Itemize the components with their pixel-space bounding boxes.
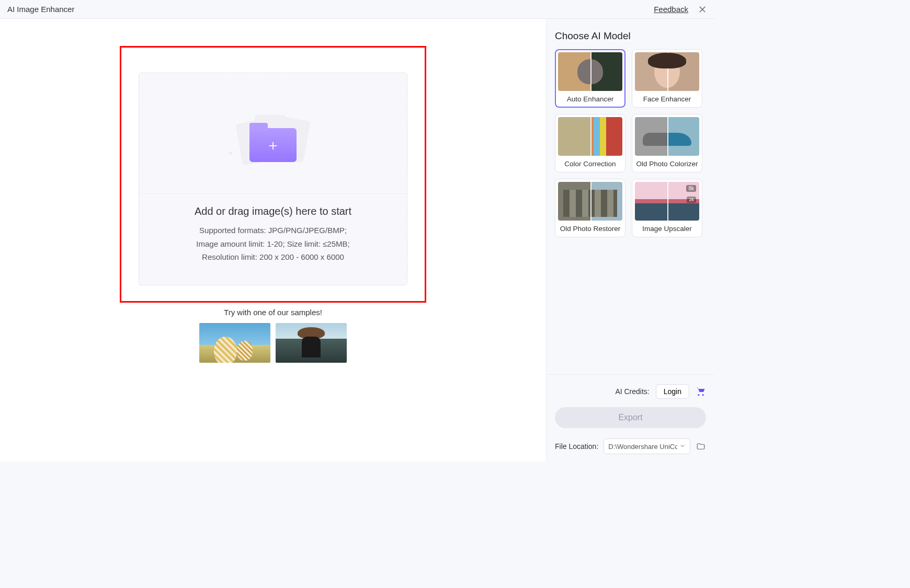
model-auto-enhancer[interactable]: Auto Enhancer bbox=[555, 49, 625, 108]
dropzone-text: Add or drag image(s) here to start Suppo… bbox=[139, 193, 407, 285]
header-right: Feedback bbox=[654, 5, 707, 14]
section-title: Choose AI Model bbox=[555, 30, 706, 42]
credits-label: AI Credits: bbox=[615, 387, 649, 396]
chevron-down-icon bbox=[679, 443, 686, 451]
feedback-link[interactable]: Feedback bbox=[654, 5, 688, 14]
file-location-row: File Location: D:\Wondershare UniConv bbox=[555, 439, 706, 454]
dropzone-highlight: ✦ ✦ ＋ Add or drag image(s) here to start… bbox=[120, 46, 426, 303]
model-image-upscaler[interactable]: Image Upscaler bbox=[632, 179, 702, 237]
folder-plus-icon: ✦ ✦ ＋ bbox=[234, 115, 312, 172]
model-thumb-auto bbox=[558, 52, 622, 91]
model-old-photo-restorer[interactable]: Old Photo Restorer bbox=[555, 179, 625, 237]
model-grid: Auto Enhancer Face Enhancer Color Correc… bbox=[555, 49, 706, 237]
sample-image-1[interactable] bbox=[199, 323, 270, 363]
model-thumb-oldcolor bbox=[635, 117, 699, 156]
model-old-photo-colorizer[interactable]: Old Photo Colorizer bbox=[632, 114, 702, 172]
credits-row: AI Credits: Login bbox=[555, 384, 706, 399]
model-thumb-upscale bbox=[635, 182, 699, 221]
right-panel: Choose AI Model Auto Enhancer Face Enhan… bbox=[546, 19, 714, 462]
left-panel: ✦ ✦ ＋ Add or drag image(s) here to start… bbox=[0, 19, 546, 462]
file-location-value: D:\Wondershare UniConv bbox=[608, 443, 677, 451]
model-label-face: Face Enhancer bbox=[635, 95, 699, 103]
sample-image-2[interactable] bbox=[276, 323, 347, 363]
model-thumb-color bbox=[558, 117, 622, 156]
model-thumb-restore bbox=[558, 182, 622, 221]
dropzone-formats: Supported formats: JPG/PNG/JPEG/BMP; bbox=[144, 224, 402, 237]
right-scroll: Choose AI Model Auto Enhancer Face Enhan… bbox=[547, 19, 714, 374]
dropzone[interactable]: ✦ ✦ ＋ Add or drag image(s) here to start… bbox=[139, 73, 407, 285]
file-location-label: File Location: bbox=[555, 442, 598, 451]
export-button[interactable]: Export bbox=[555, 407, 706, 428]
model-label-restore: Old Photo Restorer bbox=[558, 225, 622, 233]
samples-row bbox=[199, 323, 347, 363]
open-folder-icon[interactable] bbox=[696, 442, 706, 451]
content: ✦ ✦ ＋ Add or drag image(s) here to start… bbox=[0, 19, 714, 462]
model-label-oldcolor: Old Photo Colorizer bbox=[635, 160, 699, 168]
model-label-color: Color Correction bbox=[558, 160, 622, 168]
model-color-correction[interactable]: Color Correction bbox=[555, 114, 625, 172]
dropzone-limits: Image amount limit: 1-20; Size limit: ≤2… bbox=[144, 237, 402, 251]
right-bottom: AI Credits: Login Export File Location: … bbox=[547, 374, 714, 462]
model-label-auto: Auto Enhancer bbox=[558, 95, 622, 103]
file-location-select[interactable]: D:\Wondershare UniConv bbox=[604, 439, 690, 454]
dropzone-resolution: Resolution limit: 200 x 200 - 6000 x 600… bbox=[144, 250, 402, 264]
close-icon[interactable] bbox=[698, 5, 707, 14]
model-thumb-face bbox=[635, 52, 699, 91]
title-bar: AI Image Enhancer Feedback bbox=[0, 0, 714, 19]
dropzone-title: Add or drag image(s) here to start bbox=[144, 205, 402, 217]
app-title: AI Image Enhancer bbox=[7, 5, 74, 14]
cart-icon[interactable] bbox=[696, 386, 706, 397]
model-face-enhancer[interactable]: Face Enhancer bbox=[632, 49, 702, 108]
login-button[interactable]: Login bbox=[656, 384, 689, 399]
model-label-upscale: Image Upscaler bbox=[635, 225, 699, 233]
samples-label: Try with one of our samples! bbox=[224, 308, 322, 317]
